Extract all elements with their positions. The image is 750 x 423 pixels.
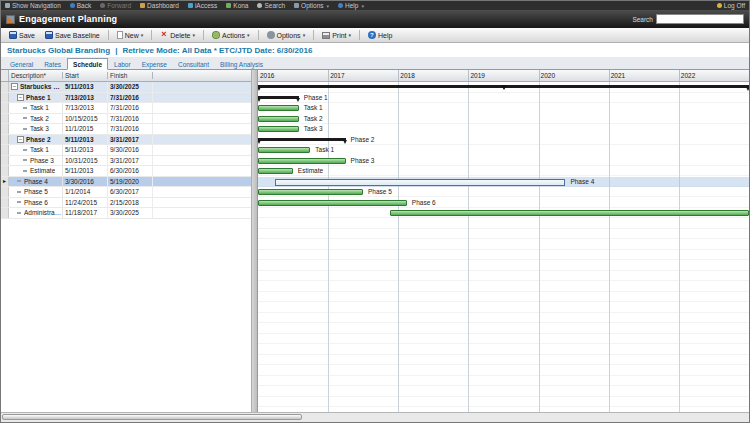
dashboard-icon (140, 3, 145, 8)
header-description[interactable]: Description* (9, 72, 63, 79)
toolbar-buttons: SaveSave BaselineNew▾Delete▾Actions▾Opti… (5, 30, 396, 40)
utility-item-search[interactable]: Search (257, 2, 285, 9)
utility-item-iaccess[interactable]: iAccess (188, 2, 217, 9)
gantt-bar-task[interactable] (258, 147, 310, 153)
toolbar: SaveSave BaselineNew▾Delete▾Actions▾Opti… (1, 28, 749, 43)
utility-item-label: Options (301, 2, 323, 9)
toolbar-button-new[interactable]: New▾ (113, 30, 148, 40)
table-row[interactable]: Administration11/18/20173/30/2025 (1, 208, 251, 219)
filler-cell (153, 114, 251, 124)
utility-item-kona[interactable]: Kona (226, 2, 248, 9)
table-row[interactable]: Estimate5/11/20136/30/2016 (1, 166, 251, 177)
toolbar-button-actions[interactable]: Actions▾ (208, 30, 253, 40)
filler-cell (153, 93, 251, 103)
tab-rates[interactable]: Rates (39, 59, 66, 69)
description-text: Estimate (30, 167, 55, 174)
year-gridline (679, 82, 680, 412)
year-label: 2019 (468, 72, 484, 79)
gantt-bar-summary[interactable] (258, 96, 299, 99)
horizontal-scrollbar[interactable] (1, 412, 749, 422)
row-indicator (1, 93, 9, 103)
table-row[interactable]: ▸Phase 43/30/20165/19/2020 (1, 177, 251, 188)
info-bar: Starbucks Global Branding | Retrieve Mod… (1, 43, 749, 57)
titlebar-search: Search (632, 14, 744, 24)
utility-item-back[interactable]: Back (70, 2, 91, 9)
tab-billing-analysis[interactable]: Billing Analysis (215, 59, 268, 69)
header-finish[interactable]: Finish (108, 72, 153, 79)
task-leaf-icon (17, 201, 21, 203)
row-indicator (1, 103, 9, 113)
toolbar-button-options[interactable]: Options▾ (263, 30, 310, 40)
row-indicator (1, 198, 9, 208)
finish-cell: 2/15/2018 (108, 198, 153, 208)
row-indicator (1, 114, 9, 124)
retrieve-mode-text: Retrieve Mode: All Data * ETC/JTD Date: … (122, 46, 312, 55)
gantt-bar-task[interactable] (258, 200, 407, 206)
table-row[interactable]: Task 15/11/20139/30/2016 (1, 145, 251, 156)
finish-cell: 9/30/2016 (108, 145, 153, 155)
tab-general[interactable]: General (5, 59, 38, 69)
gantt-bar-task[interactable] (258, 158, 346, 164)
toolbar-button-help[interactable]: Help (364, 30, 396, 40)
table-row[interactable]: Phase 310/31/20153/31/2017 (1, 156, 251, 167)
search-input[interactable] (656, 14, 744, 24)
header-start[interactable]: Start (63, 72, 108, 79)
description-text: Phase 1 (26, 94, 51, 101)
gantt-panel: 2016201720182019202020212022 Phase 1Task… (258, 70, 749, 412)
table-row[interactable]: Task 210/15/20157/31/2016 (1, 114, 251, 125)
collapse-toggle-icon[interactable]: − (11, 83, 18, 90)
table-row[interactable]: Phase 51/1/20146/30/2017 (1, 187, 251, 198)
table-row[interactable]: Task 311/1/20157/31/2016 (1, 124, 251, 135)
gantt-bar-task[interactable] (390, 210, 749, 216)
utility-item-dashboard[interactable]: Dashboard (140, 2, 179, 9)
utility-item-help[interactable]: Help▾ (338, 2, 364, 9)
year-gridline (398, 82, 399, 412)
gantt-bar-task[interactable] (258, 168, 293, 174)
tab-labor[interactable]: Labor (109, 59, 136, 69)
toolbar-button-print[interactable]: Print▾ (318, 31, 355, 40)
finish-cell: 5/19/2020 (108, 177, 153, 187)
toolbar-button-label: Print (332, 32, 346, 39)
log-off-button[interactable]: Log Off (717, 2, 745, 9)
scrollbar-thumb[interactable] (2, 414, 302, 420)
table-row[interactable]: −Phase 25/11/20133/31/2017 (1, 135, 251, 146)
utility-item-options[interactable]: Options▾ (294, 2, 329, 9)
finish-cell: 7/31/2016 (108, 93, 153, 103)
description-text: Starbucks Glob... (20, 83, 62, 90)
row-indicator (1, 124, 9, 134)
description-text: Phase 4 (24, 178, 48, 185)
table-row[interactable]: −Phase 17/13/20137/31/2016 (1, 93, 251, 104)
toolbar-button-delete[interactable]: Delete▾ (156, 30, 199, 40)
gantt-bar-task[interactable] (258, 126, 299, 132)
gantt-bar-selected[interactable] (275, 179, 565, 186)
filler-cell (153, 135, 251, 145)
start-cell: 5/11/2013 (63, 135, 108, 145)
tab-schedule[interactable]: Schedule (67, 58, 108, 70)
table-row[interactable]: −Starbucks Glob...5/11/20133/30/2025 (1, 82, 251, 93)
table-row[interactable]: Task 17/13/20137/31/2016 (1, 103, 251, 114)
task-leaf-icon (17, 212, 21, 214)
gantt-bar-label: Phase 1 (304, 94, 328, 102)
collapse-toggle-icon[interactable]: − (17, 136, 24, 143)
gantt-bar-label: Task 2 (304, 115, 323, 123)
gantt-bar-task[interactable] (258, 116, 299, 122)
tab-consultant[interactable]: Consultant (173, 59, 214, 69)
table-row[interactable]: Phase 611/24/20152/15/2018 (1, 198, 251, 209)
utility-item-show-navigation[interactable]: Show Navigation (5, 2, 61, 9)
toolbar-button-save[interactable]: Save (5, 30, 39, 40)
tab-expense[interactable]: Expense (137, 59, 172, 69)
finish-cell: 7/31/2016 (108, 114, 153, 124)
gantt-bar-summary[interactable] (258, 138, 346, 141)
gantt-bar-task[interactable] (258, 189, 363, 195)
collapse-toggle-icon[interactable]: − (17, 94, 24, 101)
year-label: 2016 (258, 72, 274, 79)
row-indicator (1, 187, 9, 197)
chevron-down-icon: ▾ (193, 32, 196, 38)
toolbar-separator (313, 30, 314, 40)
start-cell: 10/15/2015 (63, 114, 108, 124)
toolbar-button-save-baseline[interactable]: Save Baseline (41, 30, 104, 40)
toolbar-button-label: Actions (222, 32, 245, 39)
description-cell: Phase 6 (9, 198, 63, 208)
gantt-year-header: 2016201720182019202020212022 (258, 70, 749, 82)
gantt-bar-task[interactable] (258, 105, 299, 111)
